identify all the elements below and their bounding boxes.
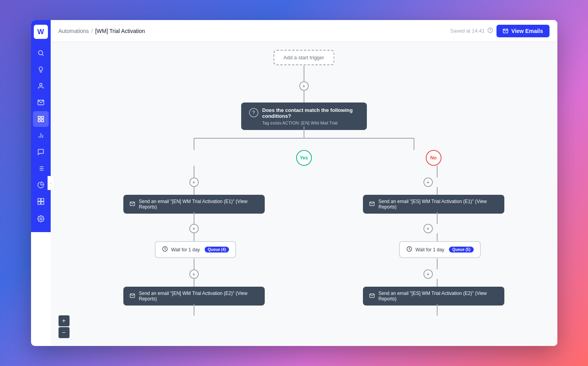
- sidebar-item-lightbulb[interactable]: [33, 62, 49, 77]
- yes-email-1-label: Send an email "[EN] WM Trial Activation …: [139, 199, 258, 210]
- clock-icon-yes: [162, 246, 168, 253]
- sidebar-item-search[interactable]: [33, 45, 49, 61]
- email-icon-no-1: [369, 201, 375, 208]
- no-email-2-label: Send an email "[ES] WM Trial Activation …: [379, 291, 498, 302]
- yes-email-node-2[interactable]: Send an email "[EN] WM Trial Activation …: [123, 287, 265, 306]
- zoom-controls: + −: [59, 315, 70, 338]
- condition-subtitle: Tag exists ACTION: [EN] Wild Mail Trial: [262, 121, 359, 125]
- zoom-out-button[interactable]: −: [59, 327, 70, 338]
- add-step-yes-2[interactable]: +: [189, 224, 199, 233]
- sidebar-item-contacts[interactable]: [33, 78, 49, 94]
- main-content: Automations / [WM] Trial Activation Save…: [51, 20, 557, 346]
- breadcrumb-current: [WM] Trial Activation: [95, 28, 145, 34]
- view-emails-button[interactable]: View Emails: [496, 25, 550, 37]
- yes-email-2-label: Send an email "[EN] WM Trial Activation …: [139, 291, 258, 302]
- svg-rect-19: [38, 202, 40, 205]
- no-email-node-1[interactable]: Send an email "[ES] WM Trial Activation …: [363, 195, 504, 214]
- zoom-in-button[interactable]: +: [59, 315, 70, 326]
- add-step-yes-1[interactable]: +: [189, 178, 199, 187]
- yes-wait-node[interactable]: Wait for 1 day Queue (4): [155, 241, 236, 258]
- clock-icon-no: [406, 246, 412, 253]
- app-logo[interactable]: W: [34, 25, 48, 39]
- add-step-no-3[interactable]: +: [423, 269, 433, 279]
- svg-rect-4: [38, 116, 40, 118]
- condition-icon: ?: [249, 108, 258, 117]
- saved-status: Saved at 14:41: [450, 27, 493, 35]
- add-step-yes-3[interactable]: +: [189, 269, 199, 279]
- breadcrumb-parent[interactable]: Automations: [59, 28, 89, 34]
- sidebar-item-automations[interactable]: [33, 111, 49, 127]
- svg-line-1: [42, 54, 43, 55]
- svg-point-21: [40, 218, 42, 220]
- sidebar: W: [31, 20, 51, 232]
- yes-badge[interactable]: Yes: [296, 150, 312, 166]
- email-icon-yes-1: [130, 201, 135, 208]
- email-icon-no-2: [369, 293, 375, 300]
- start-trigger-label: Add a start trigger: [284, 55, 324, 60]
- yes-label: Yes: [300, 155, 308, 161]
- svg-point-2: [40, 83, 42, 86]
- svg-point-0: [38, 51, 43, 55]
- sidebar-item-lists[interactable]: [33, 161, 49, 176]
- add-step-no-1[interactable]: +: [423, 178, 433, 187]
- sidebar-collapse-button[interactable]: ‹: [48, 176, 55, 190]
- app-window: W: [31, 20, 557, 346]
- svg-rect-7: [38, 120, 40, 122]
- header: Automations / [WM] Trial Activation Save…: [51, 20, 557, 42]
- no-label: No: [430, 155, 437, 161]
- add-step-button-1[interactable]: +: [299, 81, 309, 91]
- breadcrumb-separator: /: [91, 28, 93, 34]
- email-icon-yes-2: [130, 293, 135, 300]
- saved-text: Saved at 14:41: [450, 28, 484, 34]
- start-trigger-node[interactable]: Add a start trigger: [273, 50, 334, 65]
- yes-queue-badge: Queue (4): [205, 247, 229, 253]
- yes-email-node-1[interactable]: Send an email "[EN] WM Trial Activation …: [123, 195, 265, 214]
- flow-canvas[interactable]: Add a start trigger + ? Does the co: [51, 42, 557, 346]
- no-wait-node[interactable]: Wait for 1 day Queue (5): [399, 241, 481, 258]
- sidebar-item-messages[interactable]: [33, 144, 49, 160]
- condition-question: Does the contact match the following con…: [262, 107, 359, 119]
- no-email-1-label: Send an email "[ES] WM Trial Activation …: [379, 199, 498, 210]
- sidebar-item-apps[interactable]: [33, 194, 49, 209]
- svg-rect-5: [41, 116, 43, 118]
- breadcrumb: Automations / [WM] Trial Activation: [59, 28, 145, 34]
- svg-rect-6: [41, 120, 43, 122]
- sidebar-wrapper: W: [31, 20, 51, 346]
- sidebar-item-reports[interactable]: [33, 128, 49, 143]
- svg-rect-18: [41, 199, 44, 201]
- yes-wait-label: Wait for 1 day: [171, 247, 200, 253]
- sidebar-item-email[interactable]: [33, 95, 49, 110]
- no-queue-badge: Queue (5): [449, 247, 473, 253]
- add-step-no-2[interactable]: +: [423, 224, 433, 233]
- history-icon: [487, 27, 493, 35]
- no-email-node-2[interactable]: Send an email "[ES] WM Trial Activation …: [363, 287, 504, 306]
- sidebar-item-settings[interactable]: [33, 211, 49, 227]
- svg-rect-20: [41, 202, 44, 205]
- condition-content: Does the contact match the following con…: [262, 107, 359, 125]
- no-badge[interactable]: No: [426, 150, 441, 166]
- condition-node[interactable]: ? Does the contact match the following c…: [241, 102, 367, 130]
- view-emails-label: View Emails: [511, 28, 543, 34]
- svg-rect-17: [38, 199, 40, 201]
- sidebar-item-analytics[interactable]: [33, 177, 49, 193]
- no-wait-label: Wait for 1 day: [416, 247, 445, 253]
